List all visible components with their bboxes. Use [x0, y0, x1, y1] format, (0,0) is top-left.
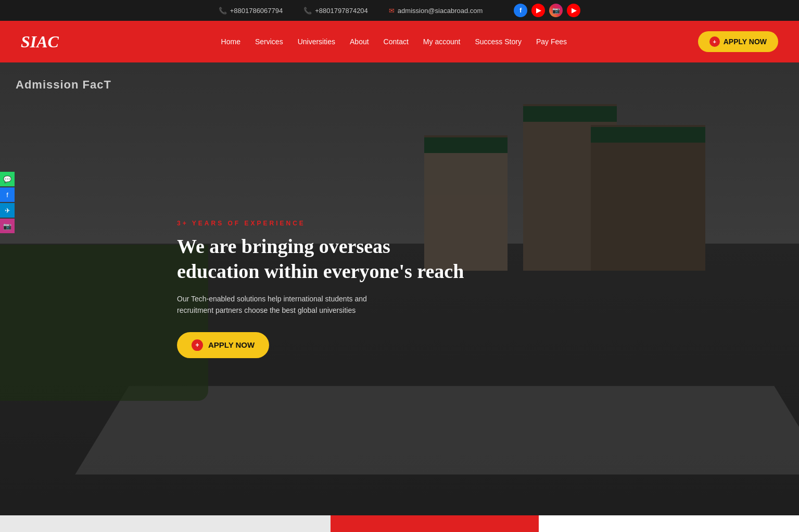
- sidebar-telegram-icon[interactable]: ✈: [0, 203, 15, 218]
- email-item: ✉ admission@siacabroad.com: [389, 7, 483, 15]
- nav-contact[interactable]: Contact: [384, 37, 409, 46]
- hero-years-label: 3+ YEARS OF EXPERIENCE: [177, 220, 464, 227]
- social-sidebar: 💬 f ✈ 📷: [0, 172, 15, 233]
- sidebar-facebook-icon[interactable]: f: [0, 187, 15, 202]
- email-icon: ✉: [389, 7, 395, 15]
- phone2-item: 📞 +8801797874204: [303, 7, 368, 15]
- nav-about[interactable]: About: [350, 37, 369, 46]
- hero-apply-btn-label: APPLY NOW: [208, 340, 255, 349]
- admission-tag: Admission FacT: [16, 78, 111, 92]
- phone1-item: 📞 +8801786067794: [219, 7, 283, 15]
- nav-pay-fees[interactable]: Pay Fees: [536, 37, 567, 46]
- phone1-text: +8801786067794: [230, 7, 283, 15]
- header-apply-button[interactable]: + APPLY NOW: [698, 31, 778, 52]
- apply-btn-icon: +: [709, 36, 720, 47]
- nav-home[interactable]: Home: [221, 37, 240, 46]
- email-text: admission@siacabroad.com: [398, 7, 483, 15]
- hero-title: We are bringing overseaseducation within…: [177, 234, 464, 284]
- phone2-icon: 📞: [303, 7, 312, 15]
- hero-apply-btn-icon: +: [192, 339, 203, 351]
- sidebar-whatsapp-icon[interactable]: 💬: [0, 172, 15, 186]
- hero-content: 3+ YEARS OF EXPERIENCE We are bringing o…: [177, 220, 464, 358]
- hero-section: 💬 f ✈ 📷 Admission FacT 3+ YEARS OF EXPER…: [0, 62, 799, 515]
- youtube2-top-icon[interactable]: ▶: [567, 4, 580, 17]
- logo[interactable]: SIAC: [21, 32, 59, 52]
- top-bar: 📞 +8801786067794 📞 +8801797874204 ✉ admi…: [0, 0, 799, 21]
- facebook-top-icon[interactable]: f: [514, 4, 527, 17]
- bottom-strip-white: [539, 515, 799, 532]
- hero-description: Our Tech-enabled solutions help internat…: [177, 293, 406, 316]
- bottom-strip-gray: [0, 515, 331, 532]
- apply-btn-label: APPLY NOW: [724, 37, 767, 46]
- hero-apply-button[interactable]: + APPLY NOW: [177, 332, 269, 358]
- youtube-top-icon[interactable]: ▶: [531, 4, 545, 17]
- instagram-top-icon[interactable]: 📷: [549, 4, 563, 17]
- phone1-icon: 📞: [219, 7, 227, 15]
- bottom-strip: [0, 515, 799, 532]
- header: SIAC Home Services Universities About Co…: [0, 21, 799, 62]
- nav-universities[interactable]: Universities: [298, 37, 335, 46]
- top-social-icons: f ▶ 📷 ▶: [514, 4, 580, 17]
- nav-services[interactable]: Services: [255, 37, 283, 46]
- nav-success-story[interactable]: Success Story: [475, 37, 521, 46]
- bottom-strip-red: [331, 515, 539, 532]
- main-nav: Home Services Universities About Contact…: [90, 37, 698, 46]
- sidebar-instagram-icon[interactable]: 📷: [0, 219, 15, 233]
- nav-my-account[interactable]: My account: [423, 37, 461, 46]
- phone2-text: +8801797874204: [315, 7, 368, 15]
